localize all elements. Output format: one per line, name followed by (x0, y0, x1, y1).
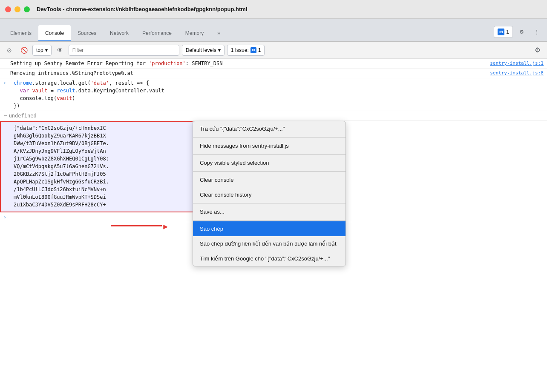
tab-elements[interactable]: Elements (3, 25, 38, 41)
context-selector[interactable]: top ▾ (32, 45, 52, 56)
log-undefined: undefined (9, 112, 37, 120)
issue-badge[interactable]: 1 Issue: ✉ 1 (227, 45, 265, 56)
tab-console[interactable]: Console (38, 25, 71, 41)
context-menu-item-clear-history[interactable]: Clear console history (193, 187, 345, 202)
log-source-link[interactable]: sentry-install.js:1 (490, 60, 544, 67)
settings-icon[interactable]: ⚙ (515, 25, 528, 39)
log-text: Setting up Sentry Remote Error Reporting… (10, 60, 149, 66)
levels-selector[interactable]: Default levels ▾ (182, 45, 225, 56)
context-menu-separator (193, 137, 345, 137)
traffic-lights (5, 6, 30, 12)
window-title: DevTools - chrome-extension://nkbihfbeog… (37, 6, 248, 12)
tab-bar: Elements Console Sources Network Perform… (0, 19, 547, 42)
log-command: › chrome.storage.local.get('data', resul… (0, 78, 547, 111)
console-toolbar: ⊘ 🚫 top ▾ 👁 Default levels ▾ 1 Issue: ✉ … (0, 42, 547, 59)
context-menu-item-save-as[interactable]: Save as... (193, 204, 345, 219)
red-arrow-head-icon: ▶ (163, 222, 168, 231)
context-menu-item-clear-console[interactable]: Clear console (193, 172, 345, 187)
chevron-down-icon: ▾ (45, 47, 48, 53)
stop-recording-icon[interactable]: 🚫 (18, 44, 30, 56)
tab-network[interactable]: Network (103, 25, 135, 41)
selected-log-block[interactable]: {"data":"CxC2soGzju/+cHxnbexIC gNhG3gl6Q… (0, 121, 196, 212)
context-menu-item-copy-styled[interactable]: Copy visible styled selection (193, 155, 345, 170)
log-source-link[interactable]: sentry-install.js:8 (490, 69, 544, 77)
title-bar: DevTools - chrome-extension://nkbihfbeog… (0, 0, 547, 19)
maximize-button[interactable] (24, 6, 30, 12)
console-output[interactable]: Setting up Sentry Remote Error Reporting… (0, 59, 547, 392)
clear-console-button[interactable]: ⊘ (3, 44, 15, 56)
command-arrow-icon: › (3, 79, 12, 87)
context-menu-separator (193, 220, 345, 220)
filter-input[interactable] (69, 45, 179, 56)
devtools-panel: Elements Console Sources Network Perform… (0, 19, 547, 392)
tab-memory[interactable]: Memory (178, 25, 210, 41)
context-menu-item-google-search[interactable]: Tìm kiếm trên Google cho "{"data":"CxC2s… (193, 251, 345, 266)
tab-performance[interactable]: Performance (135, 25, 178, 41)
result-arrow-icon: ← (4, 112, 7, 120)
context-menu-item-copy[interactable]: Sao chép (193, 221, 345, 236)
eye-icon[interactable]: 👁 (54, 44, 66, 56)
context-menu-separator (193, 171, 345, 172)
tab-icons: ✉ 1 ⚙ ⋮ (494, 25, 544, 41)
log-line: Setting up Sentry Remote Error Reporting… (0, 59, 547, 69)
chevron-down-icon: ▾ (218, 47, 221, 53)
minimize-button[interactable] (14, 6, 20, 12)
log-result: ← undefined (0, 111, 547, 121)
console-settings-icon[interactable]: ⚙ (532, 44, 544, 56)
selected-region: {"data":"CxC2soGzju/+cHxnbexIC gNhG3gl6Q… (0, 121, 547, 212)
context-menu-separator (193, 203, 345, 203)
context-menu-separator (193, 154, 345, 155)
prompt-arrow-icon: › (3, 213, 6, 221)
issues-badge-button[interactable]: ✉ 1 (494, 26, 513, 38)
issue-icon: ✉ (250, 47, 256, 53)
more-options-icon[interactable]: ⋮ (530, 25, 544, 39)
log-text: Removing intrinsics.%StringPrototype%.at (10, 70, 133, 76)
red-arrow-annotation: ▶ (111, 225, 162, 226)
close-button[interactable] (5, 6, 11, 12)
context-menu-item-copy-link[interactable]: Sao chép đường liên kết đến văn bản được… (193, 236, 345, 251)
tab-sources[interactable]: Sources (71, 25, 103, 41)
red-arrow-line: ▶ (111, 225, 162, 226)
log-line: Removing intrinsics.%StringPrototype%.at… (0, 69, 547, 78)
context-menu-item-hide-sentry[interactable]: Hide messages from sentry-install.js (193, 138, 345, 153)
issues-badge-icon: ✉ (498, 29, 504, 35)
context-menu: Tra cứu "{"data":"CxC2soGzju/+..." Hide … (193, 121, 346, 266)
context-menu-item-search[interactable]: Tra cứu "{"data":"CxC2soGzju/+..." (193, 121, 345, 136)
tab-more[interactable]: » (210, 25, 227, 41)
